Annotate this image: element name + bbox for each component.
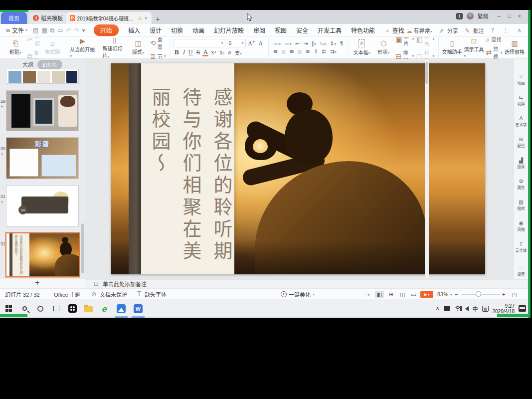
fit-to-window-button[interactable]: ◳ [510, 289, 519, 300]
slide-thumb-30[interactable]: 彩蛋 [6, 137, 79, 179]
sidebar-color-scheme[interactable]: ⊞ 配色 [515, 137, 528, 148]
font-family-combo[interactable]: ▾ [174, 39, 225, 47]
notes-bar[interactable]: ⊡ 单击此处添加备注 [85, 279, 528, 288]
minimize-button[interactable]: – [498, 13, 501, 19]
beautify-button[interactable]: ✦ 一键美化▾ [281, 289, 315, 300]
protection-status[interactable]: ⊘ 文档未保护 [90, 289, 127, 300]
export-icon[interactable]: ⧉ [50, 27, 55, 34]
collapse-ribbon-icon[interactable]: ∧ [517, 27, 522, 34]
clock[interactable]: 9:27 2020/4/18 [493, 303, 515, 314]
add-slide-button[interactable]: + [35, 278, 39, 287]
replace-button[interactable]: ⇄ 替换▾ [486, 45, 503, 60]
theme-name[interactable]: Office 主题 [54, 289, 81, 300]
taskbar-app-wps[interactable] [131, 299, 146, 318]
menu-animations[interactable]: 动画 [192, 26, 204, 34]
align-right-icon[interactable]: ≡ [288, 48, 295, 55]
cloud-sync-status[interactable]: ☁ 有异常▾ [407, 26, 432, 34]
columns-icon[interactable]: ∥▾ [310, 40, 317, 47]
strikethrough-button[interactable]: S [195, 49, 201, 56]
new-tab-button[interactable]: + [156, 14, 160, 23]
menu-review[interactable]: 审阅 [253, 26, 265, 34]
clear-format-icon[interactable]: ⌀ [227, 49, 232, 56]
speaker-icon[interactable] [465, 306, 469, 311]
hamburger-icon[interactable]: ≡ [5, 27, 10, 34]
view-sorter[interactable]: ⊞ [387, 289, 395, 300]
increase-indent-icon[interactable]: ⇥ [302, 40, 309, 47]
preview-icon[interactable]: ▭ [57, 27, 63, 34]
subscript-button[interactable]: X₂ [218, 50, 225, 55]
phonetic-guide-button[interactable]: 支▾ [234, 49, 243, 56]
sidebar-cloud-fonts[interactable]: T 云字体 [515, 242, 528, 253]
file-menu[interactable]: 文件 ▾ [12, 26, 27, 34]
indent-right-icon[interactable]: ⇉▾ [329, 48, 337, 55]
decrease-indent-icon[interactable]: ⇤ [294, 40, 301, 47]
tab-docer[interactable]: d 稻壳模板 [29, 12, 67, 24]
redo-icon[interactable]: ↷ [74, 27, 79, 34]
view-normal[interactable]: ◧ [375, 289, 384, 300]
menu-insert[interactable]: 插入 [128, 26, 140, 34]
zoom-out-button[interactable]: − [455, 289, 458, 300]
zoom-in-button[interactable]: + [502, 289, 505, 300]
underline-button[interactable]: U [187, 49, 193, 56]
menu-security[interactable]: 安全 [296, 26, 308, 34]
line-spacing-icon[interactable]: ⇕▾ [329, 40, 337, 47]
comment-button[interactable]: ✎ 批注 [464, 26, 484, 34]
share-button[interactable]: ⇗ 分享 [438, 26, 458, 34]
tab-outline[interactable]: 大纲 [22, 60, 33, 68]
font-size-combo[interactable]: 0▾ [227, 39, 246, 47]
shrink-font-button[interactable]: A- [258, 40, 265, 47]
present-tools-button[interactable]: ⊡ 演示工具▾ [464, 37, 484, 58]
align-text-icon[interactable]: ⇳ [313, 48, 319, 55]
tab-slides[interactable]: 幻灯片 [37, 60, 62, 69]
numbering-icon[interactable]: ≕▾ [283, 40, 293, 47]
save-icon[interactable]: ▤ [33, 27, 38, 34]
close-button[interactable]: × [518, 13, 521, 19]
zoom-slider-knob[interactable] [476, 291, 481, 297]
close-tab-icon[interactable]: × [145, 15, 148, 21]
new-slide-button[interactable]: ▯ 新建幻灯片▾ [103, 36, 127, 59]
user-name[interactable]: 繁烙 [478, 12, 489, 20]
show-hidden-icons[interactable]: ∧ [435, 305, 439, 312]
align-left-icon[interactable]: ≡ [272, 48, 279, 55]
slide-title-text[interactable]: 感谢各位的聆听期待与你们相聚在美丽校园～ [144, 87, 237, 273]
align-center-icon[interactable]: ≣ [280, 48, 287, 55]
panel-scrollbar[interactable] [81, 223, 84, 273]
view-slideshow[interactable]: ▭ [409, 289, 418, 300]
input-language[interactable]: 中 [473, 305, 478, 313]
menu-slideshow[interactable]: 幻灯片放映 [214, 26, 244, 34]
paste-button[interactable]: ⎗ 粘贴▾ [5, 40, 25, 55]
menu-special-features[interactable]: 特色功能 [351, 26, 375, 34]
play-slideshow-button[interactable]: ▶▾ [420, 289, 433, 300]
grow-font-button[interactable]: A+ [247, 40, 256, 47]
slide-thumb-28[interactable] [6, 69, 79, 84]
menu-view[interactable]: 视图 [275, 26, 287, 34]
internet-explorer-button[interactable]: e [97, 299, 112, 318]
play-from-current-button[interactable]: ▶ 从当前开始▾ [70, 37, 95, 58]
more-caret-icon[interactable]: ▾ [82, 27, 85, 34]
notes-toggle[interactable]: ≣▾ [361, 289, 371, 300]
reset-button[interactable]: ⟲ 重置 [150, 35, 166, 50]
help-icon[interactable]: ? [491, 27, 494, 34]
action-center-icon[interactable] [519, 305, 526, 312]
justify-icon[interactable]: ≣ [297, 48, 303, 55]
sidebar-animation[interactable]: ☆ 动画 [515, 74, 528, 85]
shape-button[interactable]: ⬡ 形状▾ [373, 40, 393, 55]
sidebar-chart[interactable]: ▟ 图表 [515, 158, 528, 169]
missing-font-status[interactable]: T 缺失字体 [136, 289, 167, 300]
sidebar-style[interactable]: ◉ 风格 [515, 221, 528, 232]
ime-keyboard-icon[interactable]: 启 [482, 306, 489, 312]
menu-find[interactable]: ⌕ 查找 [384, 26, 404, 34]
indent-left-icon[interactable]: ⇇ [321, 48, 327, 55]
paragraph-mark-icon[interactable]: ¶ [339, 40, 344, 47]
selection-pane-button[interactable]: ▥ 选择窗格 [505, 40, 525, 55]
slide-thumb-32-selected[interactable]: 感谢各位的聆听期待与你们相聚在美丽校园～ [5, 232, 80, 277]
format-painter-button[interactable]: ⌂ 格式刷 [42, 40, 62, 55]
file-explorer-button[interactable] [81, 299, 96, 318]
bold-button[interactable]: B [174, 49, 180, 56]
text-box-button[interactable]: A 文本框▾ [352, 39, 371, 56]
tab-document[interactable]: P 2019级数学04班心理班会.pptx ⚠ × [66, 12, 152, 24]
slide-thumb-31[interactable]: 04 [6, 185, 79, 227]
sidebar-properties[interactable]: ⚙ 属性 [515, 179, 528, 190]
text-direction-icon[interactable]: ≒▾ [319, 40, 327, 47]
sidebar-transition[interactable]: ⇆ 切换 [515, 95, 528, 106]
